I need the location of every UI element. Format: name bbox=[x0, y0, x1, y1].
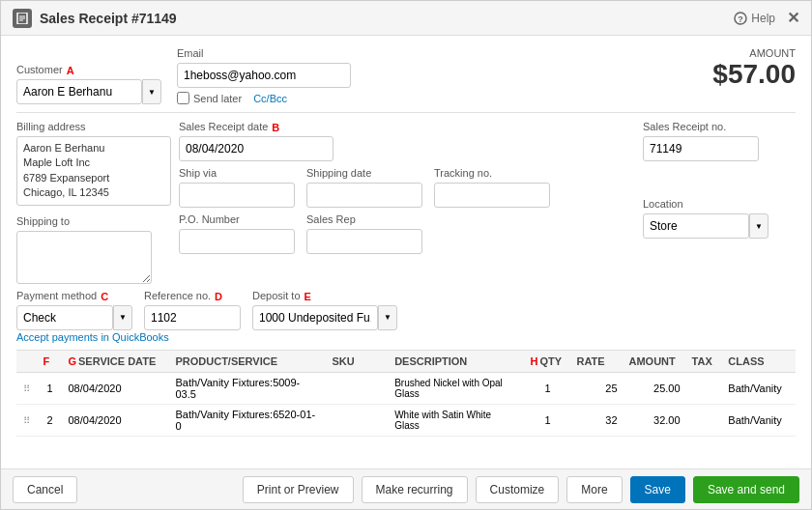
row-qty[interactable]: 1 bbox=[524, 372, 570, 404]
sales-receipt-no-input[interactable] bbox=[643, 136, 759, 161]
deposit-to-input[interactable] bbox=[252, 305, 378, 330]
modal-body: Customer A ▼ Email Send later Cc/Bcc bbox=[1, 36, 811, 468]
close-button[interactable]: ✕ bbox=[787, 9, 799, 27]
annotation-b: B bbox=[272, 122, 279, 133]
line-items-section: F GSERVICE DATE PRODUCT/SERVICE SKU DESC… bbox=[16, 350, 796, 437]
po-number-input[interactable] bbox=[179, 229, 295, 254]
shipping-date-input[interactable] bbox=[306, 183, 422, 208]
modal-title: Sales Receipt #71149 bbox=[40, 11, 177, 26]
line-items-table: F GSERVICE DATE PRODUCT/SERVICE SKU DESC… bbox=[16, 350, 796, 437]
drag-handle[interactable]: ⠿ bbox=[16, 372, 38, 404]
table-row: ⠿ 1 08/04/2020 Bath/Vanity Fixtures:5009… bbox=[16, 372, 796, 404]
receipt-icon bbox=[13, 9, 32, 28]
row-service-date[interactable]: 08/04/2020 bbox=[62, 404, 169, 436]
col-header-service-date: GSERVICE DATE bbox=[62, 350, 169, 372]
ship-via-input[interactable] bbox=[179, 183, 295, 208]
quickbooks-link[interactable]: Accept payments in QuickBooks bbox=[16, 331, 169, 343]
col-header-class: CLASS bbox=[722, 350, 796, 372]
reference-no-input[interactable] bbox=[144, 305, 241, 330]
help-button[interactable]: ? Help bbox=[734, 12, 775, 25]
annotation-e: E bbox=[304, 291, 311, 302]
row-description: Brushed Nickel with Opal Glass bbox=[389, 372, 524, 404]
modal-header: Sales Receipt #71149 ? Help ✕ bbox=[1, 1, 811, 36]
save-button[interactable]: Save bbox=[630, 476, 685, 503]
row-qty[interactable]: 1 bbox=[524, 404, 570, 436]
modal-footer: Cancel Print or Preview Make recurring C… bbox=[1, 468, 811, 509]
ship-via-label: Ship via bbox=[179, 167, 295, 179]
customize-button[interactable]: Customize bbox=[476, 476, 560, 503]
row-num: 1 bbox=[38, 372, 63, 404]
amount-label: AMOUNT bbox=[712, 47, 796, 59]
payment-method-label: Payment method bbox=[16, 290, 97, 301]
col-header-drag bbox=[16, 350, 38, 372]
make-recurring-button[interactable]: Make recurring bbox=[362, 476, 468, 503]
col-header-sku: SKU bbox=[326, 350, 389, 372]
cc-bcc-link[interactable]: Cc/Bcc bbox=[253, 93, 287, 104]
row-product[interactable]: Bath/Vanity Fixtures:6520-01-0 bbox=[169, 404, 326, 436]
print-preview-button[interactable]: Print or Preview bbox=[243, 476, 354, 503]
row-sku[interactable] bbox=[326, 372, 389, 404]
row-rate[interactable]: 32 bbox=[571, 404, 624, 436]
email-label: Email bbox=[177, 47, 351, 59]
customer-input[interactable] bbox=[16, 79, 142, 104]
cancel-button[interactable]: Cancel bbox=[13, 476, 77, 503]
customer-label: Customer bbox=[16, 64, 63, 75]
location-dropdown-button[interactable]: ▼ bbox=[749, 213, 768, 239]
deposit-to-label: Deposit to bbox=[252, 290, 301, 301]
sales-rep-input[interactable] bbox=[306, 229, 422, 254]
row-description: White with Satin White Glass bbox=[389, 404, 524, 436]
customer-dropdown-button[interactable]: ▼ bbox=[142, 79, 161, 104]
send-later-checkbox[interactable] bbox=[177, 92, 189, 104]
row-class: Bath/Vanity bbox=[722, 404, 796, 436]
payment-method-wrap: ▼ bbox=[16, 305, 132, 330]
deposit-to-dropdown-button[interactable]: ▼ bbox=[378, 305, 397, 330]
annotation-d: D bbox=[215, 291, 222, 302]
row-service-date[interactable]: 08/04/2020 bbox=[62, 372, 169, 404]
save-and-send-button[interactable]: Save and send bbox=[693, 476, 799, 503]
billing-address-value: Aaron E Berhanu Maple Loft Inc 6789 Expa… bbox=[16, 136, 171, 206]
customer-field-wrap: ▼ bbox=[16, 79, 161, 104]
row-tax bbox=[686, 372, 723, 404]
deposit-to-wrap: ▼ bbox=[252, 305, 397, 330]
row-num: 2 bbox=[38, 404, 63, 436]
col-header-rate: RATE bbox=[571, 350, 624, 372]
location-field-wrap: ▼ bbox=[643, 213, 796, 239]
sales-rep-label: Sales Rep bbox=[306, 213, 422, 225]
svg-text:?: ? bbox=[739, 14, 744, 24]
payment-method-dropdown-button[interactable]: ▼ bbox=[113, 305, 132, 330]
sales-receipt-no-label: Sales Receipt no. bbox=[643, 121, 796, 132]
sales-receipt-date-input[interactable] bbox=[179, 136, 334, 161]
row-rate[interactable]: 25 bbox=[571, 372, 624, 404]
col-header-amount: AMOUNT bbox=[624, 350, 686, 372]
col-header-tax: TAX bbox=[686, 350, 723, 372]
tracking-no-label: Tracking no. bbox=[434, 167, 550, 179]
row-tax bbox=[686, 404, 723, 436]
annotation-c: C bbox=[101, 291, 108, 302]
col-header-qty: HQTY bbox=[524, 350, 570, 372]
reference-no-label: Reference no. bbox=[144, 290, 211, 301]
col-header-product: PRODUCT/SERVICE bbox=[169, 350, 326, 372]
row-amount: 25.00 bbox=[624, 372, 686, 404]
sales-receipt-date-label: Sales Receipt date bbox=[179, 121, 268, 132]
drag-handle[interactable]: ⠿ bbox=[16, 404, 38, 436]
row-product[interactable]: Bath/Vanity Fixtures:5009-03.5 bbox=[169, 372, 326, 404]
col-header-description: DESCRIPTION bbox=[389, 350, 524, 372]
po-number-label: P.O. Number bbox=[179, 213, 295, 225]
email-input[interactable] bbox=[177, 63, 351, 88]
row-amount: 32.00 bbox=[624, 404, 686, 436]
table-row: ⠿ 2 08/04/2020 Bath/Vanity Fixtures:6520… bbox=[16, 404, 796, 436]
shipping-to-label: Shipping to bbox=[16, 215, 171, 227]
shipping-to-input[interactable] bbox=[16, 231, 152, 284]
location-label: Location bbox=[643, 198, 796, 210]
annotation-a: A bbox=[67, 65, 74, 76]
tracking-no-input[interactable] bbox=[434, 183, 550, 208]
row-class: Bath/Vanity bbox=[722, 372, 796, 404]
send-later-label: Send later bbox=[193, 93, 242, 104]
row-sku[interactable] bbox=[326, 404, 389, 436]
billing-address-label: Billing address bbox=[16, 121, 171, 132]
shipping-date-label: Shipping date bbox=[306, 167, 422, 179]
location-input[interactable] bbox=[643, 213, 749, 239]
more-button[interactable]: More bbox=[566, 476, 622, 503]
payment-method-input[interactable] bbox=[16, 305, 113, 330]
amount-value: $57.00 bbox=[712, 59, 796, 90]
